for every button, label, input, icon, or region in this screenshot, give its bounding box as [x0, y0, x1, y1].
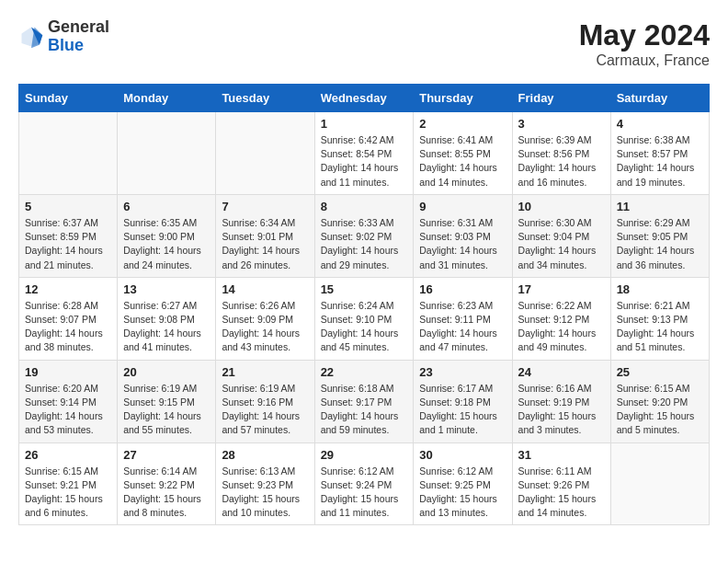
- day-number: 18: [617, 282, 703, 296]
- calendar-cell: 27Sunrise: 6:14 AM Sunset: 9:22 PM Dayli…: [118, 442, 216, 525]
- day-info: Sunrise: 6:15 AM Sunset: 9:20 PM Dayligh…: [617, 382, 703, 438]
- day-number: 9: [419, 200, 506, 213]
- calendar-cell: 16Sunrise: 6:23 AM Sunset: 9:11 PM Dayli…: [414, 277, 512, 360]
- day-number: 2: [419, 117, 506, 131]
- calendar-cell: 14Sunrise: 6:26 AM Sunset: 9:09 PM Dayli…: [216, 277, 314, 360]
- day-info: Sunrise: 6:21 AM Sunset: 9:13 PM Dayligh…: [617, 299, 703, 355]
- calendar-cell: 30Sunrise: 6:12 AM Sunset: 9:25 PM Dayli…: [414, 442, 512, 525]
- day-number: 16: [419, 282, 506, 296]
- day-number: 25: [617, 365, 703, 379]
- calendar-cell: 15Sunrise: 6:24 AM Sunset: 9:10 PM Dayli…: [314, 277, 414, 360]
- calendar-cell: 22Sunrise: 6:18 AM Sunset: 9:17 PM Dayli…: [314, 360, 414, 442]
- day-number: 14: [222, 282, 308, 296]
- calendar-week-row: 5Sunrise: 6:37 AM Sunset: 8:59 PM Daylig…: [19, 194, 710, 277]
- calendar-cell: [118, 112, 216, 195]
- day-number: 7: [222, 200, 308, 213]
- day-info: Sunrise: 6:14 AM Sunset: 9:22 PM Dayligh…: [123, 465, 210, 521]
- day-info: Sunrise: 6:12 AM Sunset: 9:24 PM Dayligh…: [321, 465, 408, 521]
- day-number: 17: [518, 282, 605, 296]
- day-number: 6: [123, 200, 210, 213]
- calendar-cell: 26Sunrise: 6:15 AM Sunset: 9:21 PM Dayli…: [19, 442, 118, 525]
- day-number: 31: [518, 448, 605, 462]
- calendar-cell: 4Sunrise: 6:38 AM Sunset: 8:57 PM Daylig…: [610, 112, 709, 195]
- logo-general-text: General: [48, 18, 109, 37]
- calendar-cell: 23Sunrise: 6:17 AM Sunset: 9:18 PM Dayli…: [414, 360, 512, 442]
- calendar-cell: 25Sunrise: 6:15 AM Sunset: 9:20 PM Dayli…: [610, 360, 709, 442]
- weekday-header-monday: Monday: [118, 85, 216, 112]
- day-number: 8: [321, 200, 408, 213]
- day-info: Sunrise: 6:24 AM Sunset: 9:10 PM Dayligh…: [321, 299, 408, 355]
- day-info: Sunrise: 6:19 AM Sunset: 9:15 PM Dayligh…: [123, 382, 210, 438]
- day-number: 24: [518, 365, 605, 379]
- day-number: 13: [123, 282, 210, 296]
- calendar-cell: 29Sunrise: 6:12 AM Sunset: 9:24 PM Dayli…: [314, 442, 414, 525]
- calendar-header: SundayMondayTuesdayWednesdayThursdayFrid…: [19, 85, 710, 112]
- day-number: 21: [222, 365, 308, 379]
- day-info: Sunrise: 6:13 AM Sunset: 9:23 PM Dayligh…: [222, 465, 308, 521]
- calendar-week-row: 26Sunrise: 6:15 AM Sunset: 9:21 PM Dayli…: [19, 442, 710, 525]
- day-number: 29: [321, 448, 408, 462]
- day-number: 30: [419, 448, 506, 462]
- calendar-week-row: 19Sunrise: 6:20 AM Sunset: 9:14 PM Dayli…: [19, 360, 710, 442]
- calendar-cell: 18Sunrise: 6:21 AM Sunset: 9:13 PM Dayli…: [610, 277, 709, 360]
- calendar-cell: 6Sunrise: 6:35 AM Sunset: 9:00 PM Daylig…: [118, 194, 216, 277]
- weekday-header-tuesday: Tuesday: [216, 85, 314, 112]
- day-info: Sunrise: 6:17 AM Sunset: 9:18 PM Dayligh…: [419, 382, 506, 438]
- day-number: 10: [518, 200, 605, 213]
- logo: General Blue: [18, 18, 109, 55]
- calendar-cell: 3Sunrise: 6:39 AM Sunset: 8:56 PM Daylig…: [512, 112, 610, 195]
- day-info: Sunrise: 6:15 AM Sunset: 9:21 PM Dayligh…: [25, 465, 111, 521]
- calendar-cell: 17Sunrise: 6:22 AM Sunset: 9:12 PM Dayli…: [512, 277, 610, 360]
- calendar-cell: [19, 112, 118, 195]
- day-info: Sunrise: 6:38 AM Sunset: 8:57 PM Dayligh…: [617, 133, 703, 190]
- calendar-cell: 28Sunrise: 6:13 AM Sunset: 9:23 PM Dayli…: [216, 442, 314, 525]
- day-info: Sunrise: 6:29 AM Sunset: 9:05 PM Dayligh…: [617, 216, 703, 272]
- month-year-title: May 2024: [579, 18, 710, 52]
- day-info: Sunrise: 6:42 AM Sunset: 8:54 PM Dayligh…: [321, 133, 408, 190]
- day-info: Sunrise: 6:23 AM Sunset: 9:11 PM Dayligh…: [419, 299, 506, 355]
- calendar-cell: 1Sunrise: 6:42 AM Sunset: 8:54 PM Daylig…: [314, 112, 414, 195]
- day-number: 19: [25, 365, 111, 379]
- day-info: Sunrise: 6:18 AM Sunset: 9:17 PM Dayligh…: [321, 382, 408, 438]
- calendar-week-row: 1Sunrise: 6:42 AM Sunset: 8:54 PM Daylig…: [19, 112, 710, 195]
- calendar-table: SundayMondayTuesdayWednesdayThursdayFrid…: [18, 84, 710, 525]
- calendar-cell: 24Sunrise: 6:16 AM Sunset: 9:19 PM Dayli…: [512, 360, 610, 442]
- day-info: Sunrise: 6:16 AM Sunset: 9:19 PM Dayligh…: [518, 382, 605, 438]
- day-info: Sunrise: 6:12 AM Sunset: 9:25 PM Dayligh…: [419, 465, 506, 521]
- page-header: General Blue May 2024 Carmaux, France: [18, 18, 710, 69]
- calendar-cell: 20Sunrise: 6:19 AM Sunset: 9:15 PM Dayli…: [118, 360, 216, 442]
- logo-blue-text: Blue: [48, 37, 109, 55]
- calendar-cell: 10Sunrise: 6:30 AM Sunset: 9:04 PM Dayli…: [512, 194, 610, 277]
- day-number: 26: [25, 448, 111, 462]
- calendar-body: 1Sunrise: 6:42 AM Sunset: 8:54 PM Daylig…: [19, 112, 710, 525]
- day-info: Sunrise: 6:26 AM Sunset: 9:09 PM Dayligh…: [222, 299, 308, 355]
- weekday-header-wednesday: Wednesday: [314, 85, 414, 112]
- title-block: May 2024 Carmaux, France: [579, 18, 710, 69]
- calendar-cell: 21Sunrise: 6:19 AM Sunset: 9:16 PM Dayli…: [216, 360, 314, 442]
- calendar-cell: 7Sunrise: 6:34 AM Sunset: 9:01 PM Daylig…: [216, 194, 314, 277]
- day-number: 22: [321, 365, 408, 379]
- calendar-cell: 31Sunrise: 6:11 AM Sunset: 9:26 PM Dayli…: [512, 442, 610, 525]
- calendar-cell: 9Sunrise: 6:31 AM Sunset: 9:03 PM Daylig…: [414, 194, 512, 277]
- calendar-week-row: 12Sunrise: 6:28 AM Sunset: 9:07 PM Dayli…: [19, 277, 710, 360]
- calendar-cell: 19Sunrise: 6:20 AM Sunset: 9:14 PM Dayli…: [19, 360, 118, 442]
- day-info: Sunrise: 6:20 AM Sunset: 9:14 PM Dayligh…: [25, 382, 111, 438]
- weekday-header-friday: Friday: [512, 85, 610, 112]
- day-number: 20: [123, 365, 210, 379]
- day-number: 11: [617, 200, 703, 213]
- day-info: Sunrise: 6:28 AM Sunset: 9:07 PM Dayligh…: [25, 299, 111, 355]
- location-subtitle: Carmaux, France: [579, 52, 710, 69]
- day-info: Sunrise: 6:11 AM Sunset: 9:26 PM Dayligh…: [518, 465, 605, 521]
- day-info: Sunrise: 6:37 AM Sunset: 8:59 PM Dayligh…: [25, 216, 111, 272]
- day-number: 4: [617, 117, 703, 131]
- day-number: 5: [25, 200, 111, 213]
- day-number: 15: [321, 282, 408, 296]
- day-info: Sunrise: 6:41 AM Sunset: 8:55 PM Dayligh…: [419, 133, 506, 190]
- day-info: Sunrise: 6:33 AM Sunset: 9:02 PM Dayligh…: [321, 216, 408, 272]
- calendar-cell: 2Sunrise: 6:41 AM Sunset: 8:55 PM Daylig…: [414, 112, 512, 195]
- day-info: Sunrise: 6:39 AM Sunset: 8:56 PM Dayligh…: [518, 133, 605, 190]
- day-number: 28: [222, 448, 308, 462]
- day-number: 27: [123, 448, 210, 462]
- day-info: Sunrise: 6:31 AM Sunset: 9:03 PM Dayligh…: [419, 216, 506, 272]
- calendar-cell: [610, 442, 709, 525]
